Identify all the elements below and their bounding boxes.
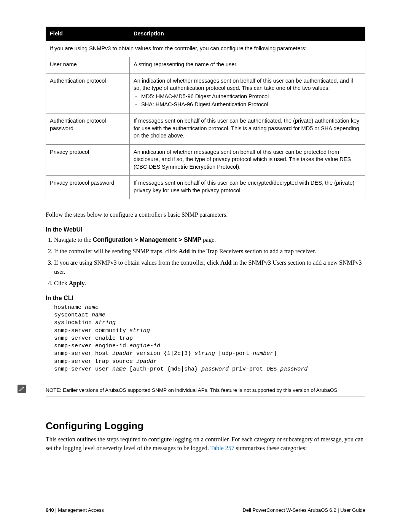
bullet-item: MD5: HMAC-MD5-96 Digest Authentication P… [134,93,361,101]
cell-desc: If messages sent on behalf of this user … [130,113,365,144]
cell-desc: A string representing the name of the us… [130,57,365,73]
table-intro-cell: If you are using SNMPv3 to obtain values… [46,41,365,57]
cell-desc-text: An indication of whether messages sent o… [134,78,353,91]
note-block: NOTE: Earlier versions of ArubaOS suppor… [46,384,365,396]
table-257-link[interactable]: Table 257 [210,445,234,451]
note-pencil-icon [18,385,26,393]
cell-desc: An indication of whether messages sent o… [130,144,365,176]
cell-field: User name [46,57,130,73]
page-footer: 640 | Management Access Dell PowerConnec… [46,507,365,513]
follow-text: Follow the steps below to configure a co… [46,211,365,219]
heading-configuring-logging: Configuring Logging [46,420,365,432]
note-text: NOTE: Earlier versions of ArubaOS suppor… [46,384,365,396]
snmp-parameters-table: Field Description If you are using SNMPv… [46,27,365,199]
footer-left: 640 | Management Access [46,507,104,513]
table-row: Authentication protocol An indication of… [46,73,365,113]
cell-field: Authentication protocol [46,73,130,113]
webui-steps: Navigate to the Configuration > Manageme… [54,235,365,288]
table-row: Authentication protocol password If mess… [46,113,365,144]
step: If you are using SNMPv3 to obtain values… [54,258,365,276]
section-body: This section outlines the steps required… [46,435,365,452]
heading-webui: In the WebUI [46,226,365,233]
bullet-item: SHA: HMAC-SHA-96 Digest Authentication P… [134,101,361,109]
table-row: Privacy protocol An indication of whethe… [46,144,365,176]
footer-section: Management Access [58,507,104,513]
cell-field: Authentication protocol password [46,113,130,144]
cell-field: Privacy protocol [46,144,130,176]
th-description: Description [130,27,365,41]
cli-code-block: hostname name syscontact name syslocatio… [54,304,365,373]
heading-cli: In the CLI [46,295,365,302]
table-row: User name A string representing the name… [46,57,365,73]
step: Click Apply. [54,279,365,288]
th-field: Field [46,27,130,41]
step: If the controller will be sending SNMP t… [54,247,365,256]
cell-field: Privacy protocol password [46,176,130,199]
footer-right: Dell PowerConnect W-Series ArubaOS 6.2 |… [242,507,365,513]
cell-desc: An indication of whether messages sent o… [130,73,365,113]
cell-desc: If messages sent on behalf of this user … [130,176,365,199]
step: Navigate to the Configuration > Manageme… [54,235,365,244]
table-intro-row: If you are using SNMPv3 to obtain values… [46,41,365,57]
page-number: 640 [46,507,54,513]
table-row: Privacy protocol password If messages se… [46,176,365,199]
